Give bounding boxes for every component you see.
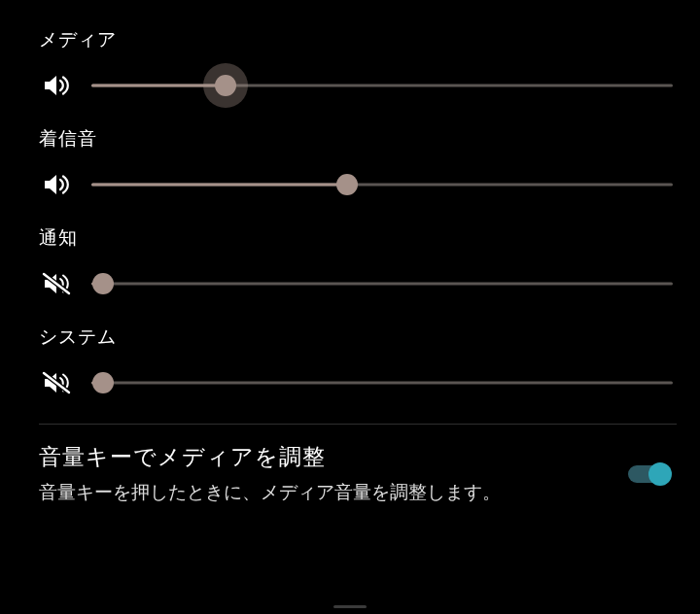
notification-volume-slider[interactable] [91, 264, 673, 303]
volume-key-setting-row[interactable]: 音量キーでメディアを調整 音量キーを押したときに、メディア音量を調整します。 [39, 442, 673, 506]
navigation-handle [333, 605, 367, 608]
ringtone-volume-slider[interactable] [91, 165, 673, 204]
volume-key-toggle[interactable] [628, 465, 669, 483]
volume-label-system: システム [39, 324, 673, 350]
volume-label-ringtone: 着信音 [39, 126, 673, 152]
media-volume-slider[interactable] [91, 66, 673, 105]
volume-row-ringtone: 着信音 [39, 126, 673, 204]
volume-row-media: メディア [39, 27, 673, 105]
volume-label-notification: 通知 [39, 225, 673, 251]
volume-on-icon [41, 171, 76, 198]
volume-mute-icon [41, 369, 76, 396]
volume-row-notification: 通知 [39, 225, 673, 303]
volume-label-media: メディア [39, 27, 673, 52]
volume-mute-icon [41, 270, 76, 297]
volume-settings-panel: メディア 着信音 通知 [0, 0, 700, 614]
volume-row-system: システム [39, 324, 673, 402]
setting-title: 音量キーでメディアを調整 [39, 442, 609, 472]
system-volume-slider[interactable] [91, 363, 673, 402]
setting-description: 音量キーを押したときに、メディア音量を調整します。 [39, 478, 609, 506]
volume-on-icon [41, 72, 76, 99]
divider [39, 424, 677, 425]
